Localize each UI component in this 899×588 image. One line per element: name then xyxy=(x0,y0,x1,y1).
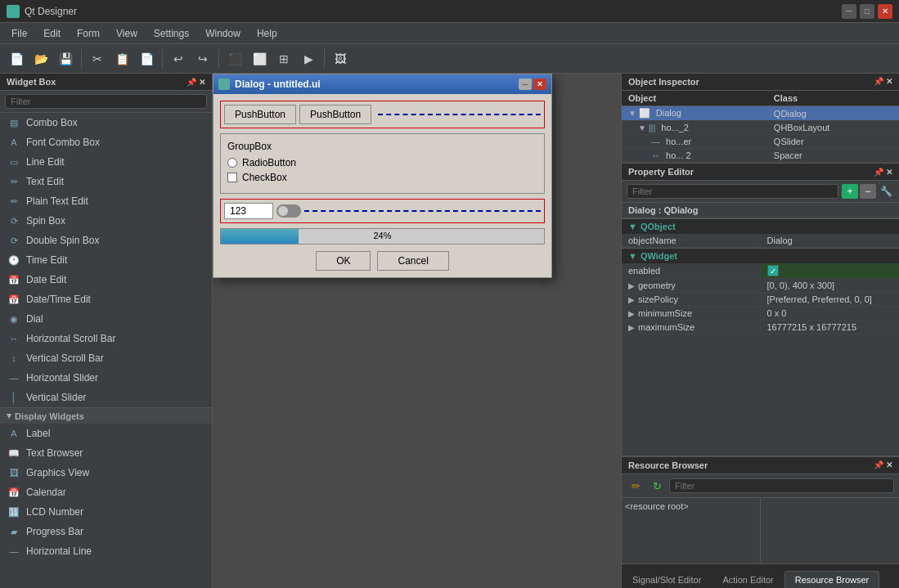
prop-value-geometry: [0, 0), 400 x 300] xyxy=(761,279,900,292)
widget-item-doublespinbox[interactable]: ⟳ Double Spin Box xyxy=(0,231,212,250)
table-row[interactable]: ▼ ⬜ Dialog QDialog xyxy=(622,106,899,121)
checkbox[interactable] xyxy=(227,173,237,182)
widget-item-hslider[interactable]: — Horizontal Slider xyxy=(0,368,212,388)
widget-item-label: Vertical Slider xyxy=(26,392,86,403)
widget-box-pin-icon[interactable]: 📌 xyxy=(187,78,196,87)
prop-wrench-button[interactable]: 🔧 xyxy=(878,184,894,199)
widget-item-vslider[interactable]: │ Vertical Slider xyxy=(0,388,212,407)
prop-remove-button[interactable]: − xyxy=(860,184,876,199)
menu-help[interactable]: Help xyxy=(249,26,285,41)
widget-item-progressbar[interactable]: ▰ Progress Bar xyxy=(0,522,212,541)
menu-settings[interactable]: Settings xyxy=(146,26,197,41)
resource-edit-button[interactable]: ✏ xyxy=(627,478,645,494)
widget-item-fontcombobox[interactable]: A Font Combo Box xyxy=(0,132,212,152)
minimize-button[interactable]: ─ xyxy=(842,4,856,19)
widget-item-vscrollbar[interactable]: ↕ Vertical Scroll Bar xyxy=(0,348,212,368)
sizepolicy-expand-icon[interactable]: ▶ xyxy=(628,295,635,304)
widget-item-combobox[interactable]: ▤ Combo Box xyxy=(0,113,212,132)
maximize-button[interactable]: □ xyxy=(860,4,874,19)
property-filter-input[interactable] xyxy=(627,184,838,199)
spinbox-input[interactable] xyxy=(224,203,273,219)
widget-item-dial[interactable]: ◉ Dial xyxy=(0,309,212,329)
widget-box: Widget Box 📌 ✕ ▤ Combo Box A Font Combo … xyxy=(0,74,213,588)
tb-new-button[interactable]: 📄 xyxy=(5,47,28,70)
prop-row-minsize[interactable]: ▶ minimumSize 0 x 0 xyxy=(622,307,899,321)
dialog-minimize-button[interactable]: ─ xyxy=(519,79,532,90)
minsize-expand-icon[interactable]: ▶ xyxy=(628,309,635,318)
widget-item-plaintextedit[interactable]: ✏ Plain Text Edit xyxy=(0,191,212,211)
ok-button[interactable]: OK xyxy=(316,251,371,271)
tb-open-button[interactable]: 📂 xyxy=(29,47,52,70)
menu-view[interactable]: View xyxy=(108,26,146,41)
prop-row-sizepolicy[interactable]: ▶ sizePolicy [Preferred, Preferred, 0, 0… xyxy=(622,293,899,307)
tb-save-button[interactable]: 💾 xyxy=(54,47,77,70)
prop-editor-close-icon[interactable]: ✕ xyxy=(886,168,892,177)
widget-box-filter-input[interactable] xyxy=(5,94,207,109)
widget-item-hscrollbar[interactable]: ↔ Horizontal Scroll Bar xyxy=(0,329,212,348)
geometry-expand-icon[interactable]: ▶ xyxy=(628,281,635,290)
menu-file[interactable]: File xyxy=(3,26,35,41)
table-row[interactable]: ↔ ho... 2 Spacer xyxy=(622,149,899,163)
prop-value-objectname[interactable]: Dialog xyxy=(761,234,900,247)
prop-row-geometry[interactable]: ▶ geometry [0, 0), 400 x 300] xyxy=(622,279,899,293)
dialog-titlebar[interactable]: Dialog - untitled.ui ─ ✕ xyxy=(214,74,551,94)
tab-signal-slot[interactable]: Signal/Slot Editor xyxy=(622,571,712,588)
resource-browser-close-icon[interactable]: ✕ xyxy=(886,460,892,470)
prop-row-enabled[interactable]: enabled xyxy=(622,263,899,279)
push-button-2[interactable]: PushButton xyxy=(299,105,371,124)
widget-item-lineedit[interactable]: ▭ Line Edit xyxy=(0,152,212,172)
resource-browser-header: Resource Browser 📌 ✕ xyxy=(622,457,899,474)
prop-add-button[interactable]: + xyxy=(842,184,858,199)
cancel-button[interactable]: Cancel xyxy=(377,251,448,271)
canvas-area[interactable]: Dialog - untitled.ui ─ ✕ PushButton Push… xyxy=(213,74,621,588)
menu-edit[interactable]: Edit xyxy=(35,26,69,41)
tb-paste-button[interactable]: 📄 xyxy=(135,47,158,70)
prop-row-objectname[interactable]: objectName Dialog xyxy=(622,234,899,248)
menu-window[interactable]: Window xyxy=(197,26,249,41)
tb-redo-button[interactable]: ↪ xyxy=(191,47,214,70)
widget-item-hline[interactable]: — Horizontal Line xyxy=(0,541,212,561)
widget-item-calendar[interactable]: 📅 Calendar xyxy=(0,483,212,502)
prop-name-enabled: enabled xyxy=(622,263,761,278)
widget-item-dateedit[interactable]: 📅 Date Edit xyxy=(0,270,212,290)
tab-resource-browser[interactable]: Resource Browser xyxy=(784,571,879,588)
obj-inspector-close-icon[interactable]: ✕ xyxy=(886,77,892,87)
widget-item-textbrowser[interactable]: 📖 Text Browser xyxy=(0,443,212,463)
tb-layout-g-button[interactable]: ⊞ xyxy=(272,47,295,70)
prop-editor-pin-icon[interactable]: 📌 xyxy=(874,168,883,177)
tb-layout-h-button[interactable]: ⬛ xyxy=(223,47,246,70)
widget-item-spinbox[interactable]: ⟳ Spin Box xyxy=(0,211,212,231)
widget-box-close-icon[interactable]: ✕ xyxy=(199,78,205,87)
tb-copy-button[interactable]: 📋 xyxy=(110,47,133,70)
tab-action-editor[interactable]: Action Editor xyxy=(712,571,784,588)
section-label: QObject xyxy=(641,222,676,231)
close-button[interactable]: ✕ xyxy=(878,4,892,19)
resource-root-label[interactable]: <resource root> xyxy=(625,501,689,511)
enabled-checkbox[interactable] xyxy=(767,265,779,276)
table-row[interactable]: — ho...er QSlider xyxy=(622,135,899,149)
prop-row-maxsize[interactable]: ▶ maximumSize 16777215 x 16777215 xyxy=(622,321,899,334)
resource-filter-input[interactable] xyxy=(669,478,894,493)
table-row[interactable]: ▼ ||| ho..._2 QHBoxLayout xyxy=(622,121,899,135)
resource-refresh-button[interactable]: ↻ xyxy=(648,478,666,494)
menu-form[interactable]: Form xyxy=(69,26,108,41)
expand-icon: ▼ xyxy=(638,123,649,132)
widget-item-graphicsview[interactable]: 🖼 Graphics View xyxy=(0,463,212,483)
tb-preview-button[interactable]: ▶ xyxy=(297,47,320,70)
tb-cut-button[interactable]: ✂ xyxy=(86,47,109,70)
widget-item-lcdnumber[interactable]: 🔢 LCD Number xyxy=(0,502,212,522)
resource-browser-pin-icon[interactable]: 📌 xyxy=(874,460,883,470)
obj-inspector-pin-icon[interactable]: 📌 xyxy=(874,77,883,87)
maxsize-expand-icon[interactable]: ▶ xyxy=(628,323,635,332)
radio-button[interactable] xyxy=(227,158,237,168)
tb-layout-v-button[interactable]: ⬜ xyxy=(248,47,271,70)
widget-item-textedit[interactable]: ✏ Text Edit xyxy=(0,172,212,191)
toggle-switch[interactable] xyxy=(276,204,301,218)
tb-image-button[interactable]: 🖼 xyxy=(329,47,352,70)
widget-item-label[interactable]: A Label xyxy=(0,424,212,443)
push-button-1[interactable]: PushButton xyxy=(224,105,296,124)
widget-item-timeedit[interactable]: 🕐 Time Edit xyxy=(0,250,212,270)
dialog-close-button[interactable]: ✕ xyxy=(533,79,546,90)
widget-item-datetimeedit[interactable]: 📅 Date/Time Edit xyxy=(0,290,212,309)
tb-undo-button[interactable]: ↩ xyxy=(167,47,190,70)
